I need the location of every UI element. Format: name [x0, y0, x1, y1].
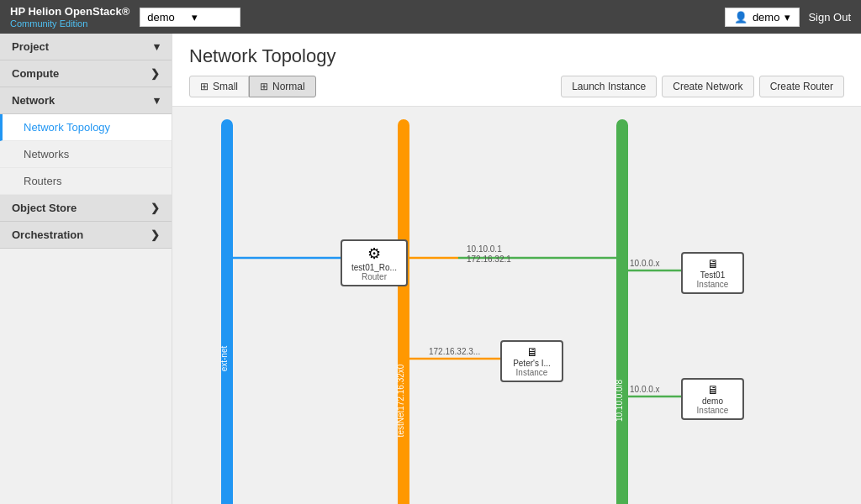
- main-header: Network Topology ⊞ Small ⊞ Normal Launch…: [172, 34, 861, 107]
- object-store-label: Object Store: [12, 202, 77, 214]
- sidebar-item-routers[interactable]: Routers: [0, 168, 172, 195]
- svg-rect-2: [616, 119, 628, 504]
- sidebar-project-label: Project: [12, 40, 49, 53]
- chevron-down-icon: ▾: [154, 40, 160, 53]
- create-network-button[interactable]: Create Network: [662, 76, 753, 97]
- sidebar-section-orchestration[interactable]: Orchestration ❯: [0, 222, 172, 249]
- project-dropdown[interactable]: demo ▾: [140, 8, 240, 27]
- topology-svg: 10.10.0.1 172.16.32.1 172.16.32.3... 10.…: [172, 107, 861, 504]
- router-sublabel: Router: [349, 272, 399, 281]
- grid-small-icon: ⊞: [200, 81, 209, 92]
- action-buttons: Launch Instance Create Network Create Ro…: [561, 76, 844, 97]
- svg-text:10.0.0.x: 10.0.0.x: [630, 259, 660, 268]
- sidebar: Project ▾ Compute ❯ Network ▾ Network To…: [0, 34, 172, 504]
- svg-text:172.16.32.1: 172.16.32.1: [467, 255, 511, 264]
- main-content: Network Topology ⊞ Small ⊞ Normal Launch…: [172, 34, 861, 504]
- sidebar-section-object-store[interactable]: Object Store ❯: [0, 195, 172, 222]
- chevron-down-icon: ▾: [154, 94, 160, 107]
- logo: HP Helion OpenStack® Community Edition: [10, 5, 129, 29]
- svg-text:10.10.0.1: 10.10.0.1: [467, 244, 502, 254]
- topology-canvas: 10.10.0.1 172.16.32.1 172.16.32.3... 10.…: [172, 107, 861, 504]
- small-label: Small: [213, 81, 238, 92]
- chevron-right-icon: ❯: [151, 202, 160, 214]
- svg-text:10.10.0.0/8: 10.10.0.0/8: [615, 380, 624, 422]
- router-icon: ⚙: [349, 244, 399, 263]
- instance-demo-label: demo: [691, 396, 734, 406]
- instance-test01-label: Test01: [691, 270, 734, 280]
- chevron-right-icon: ❯: [151, 228, 160, 241]
- chevron-down-icon: ▾: [192, 11, 198, 24]
- normal-view-button[interactable]: ⊞ Normal: [249, 76, 316, 97]
- create-router-button[interactable]: Create Router: [759, 76, 844, 97]
- user-icon: 👤: [734, 11, 747, 24]
- small-view-button[interactable]: ⊞ Small: [189, 76, 249, 97]
- page-title: Network Topology: [189, 45, 844, 67]
- grid-normal-icon: ⊞: [260, 81, 268, 92]
- router-label: test01_Ro...: [349, 263, 399, 272]
- svg-rect-0: [221, 119, 233, 504]
- logo-subtitle: Community Edition: [10, 18, 129, 29]
- svg-text:172.16.32.3...: 172.16.32.3...: [429, 347, 480, 356]
- instance-icon: 🖥: [691, 257, 734, 270]
- svg-rect-1: [398, 119, 409, 504]
- view-toggle-group: ⊞ Small ⊞ Normal: [189, 76, 316, 97]
- orchestration-label: Orchestration: [12, 228, 83, 241]
- sidebar-section-compute[interactable]: Compute ❯: [0, 60, 172, 87]
- instance-test01-sublabel: Instance: [691, 280, 734, 289]
- chevron-down-icon: ▾: [784, 11, 790, 24]
- sidebar-item-network-topology[interactable]: Network Topology: [0, 114, 172, 141]
- svg-text:ext-net: ext-net: [219, 345, 229, 371]
- instance-peters-sublabel: Instance: [510, 368, 553, 377]
- instance-node-demo[interactable]: 🖥 demo Instance: [681, 378, 744, 420]
- compute-label: Compute: [12, 67, 59, 80]
- logo-title: HP Helion OpenStack®: [10, 5, 129, 18]
- normal-label: Normal: [272, 81, 305, 92]
- instance-node-peters[interactable]: 🖥 Peter's I... Instance: [500, 340, 563, 382]
- launch-instance-button[interactable]: Launch Instance: [561, 76, 657, 97]
- instance-icon: 🖥: [691, 383, 734, 396]
- signout-button[interactable]: Sign Out: [808, 11, 851, 24]
- sidebar-section-network[interactable]: Network ▾: [0, 87, 172, 114]
- header-left: HP Helion OpenStack® Community Edition d…: [10, 5, 240, 29]
- network-label: Network: [12, 94, 55, 107]
- instance-node-test01[interactable]: 🖥 Test01 Instance: [681, 252, 744, 294]
- toolbar: ⊞ Small ⊞ Normal Launch Instance Create …: [189, 76, 844, 97]
- user-label: demo: [753, 11, 780, 24]
- instance-icon: 🖥: [510, 345, 553, 359]
- header-right: 👤 demo ▾ Sign Out: [725, 8, 851, 27]
- sidebar-project-header[interactable]: Project ▾: [0, 34, 172, 60]
- instance-peters-label: Peter's I...: [510, 359, 553, 368]
- chevron-right-icon: ❯: [151, 67, 160, 80]
- svg-text:10.0.0.x: 10.0.0.x: [630, 385, 660, 394]
- user-menu-button[interactable]: 👤 demo ▾: [725, 8, 800, 27]
- project-dropdown-value: demo: [147, 11, 175, 24]
- svg-text:testNet172.16.32x0: testNet172.16.32x0: [396, 364, 405, 437]
- app-header: HP Helion OpenStack® Community Edition d…: [0, 0, 861, 34]
- sidebar-item-networks[interactable]: Networks: [0, 141, 172, 168]
- instance-demo-sublabel: Instance: [691, 406, 734, 415]
- router-node[interactable]: ⚙ test01_Ro... Router: [341, 239, 408, 286]
- main-layout: Project ▾ Compute ❯ Network ▾ Network To…: [0, 34, 861, 504]
